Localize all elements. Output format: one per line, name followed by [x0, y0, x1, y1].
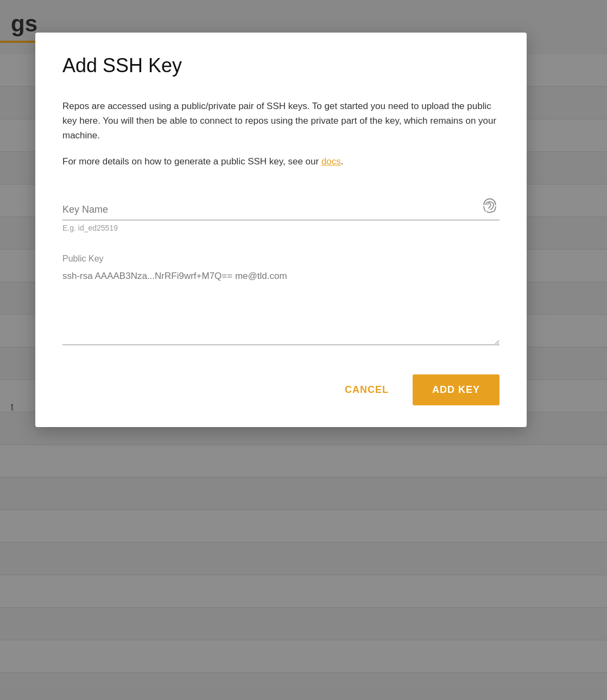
key-name-hint: E.g. id_ed25519: [62, 224, 499, 232]
modal-description-1: Repos are accessed using a public/privat…: [62, 99, 499, 143]
public-key-label: Public Key: [62, 254, 499, 264]
docs-link[interactable]: docs: [321, 156, 341, 167]
key-name-row: [62, 196, 499, 220]
modal-description-2-prefix: For more details on how to generate a pu…: [62, 156, 321, 167]
public-key-textarea[interactable]: [62, 269, 499, 345]
fingerprint-icon: [480, 196, 499, 215]
add-key-button[interactable]: ADD KEY: [413, 374, 499, 405]
modal-actions: CANCEL ADD KEY: [62, 374, 499, 405]
add-ssh-key-modal: Add SSH Key Repos are accessed using a p…: [35, 33, 527, 427]
cancel-button[interactable]: CANCEL: [332, 377, 402, 403]
modal-docs-line: For more details on how to generate a pu…: [62, 154, 499, 169]
modal-description-2-suffix: .: [341, 156, 344, 167]
key-name-input[interactable]: [62, 204, 473, 215]
key-name-field-group: E.g. id_ed25519: [62, 196, 499, 232]
public-key-field-group: Public Key: [62, 254, 499, 347]
modal-title: Add SSH Key: [62, 54, 499, 77]
